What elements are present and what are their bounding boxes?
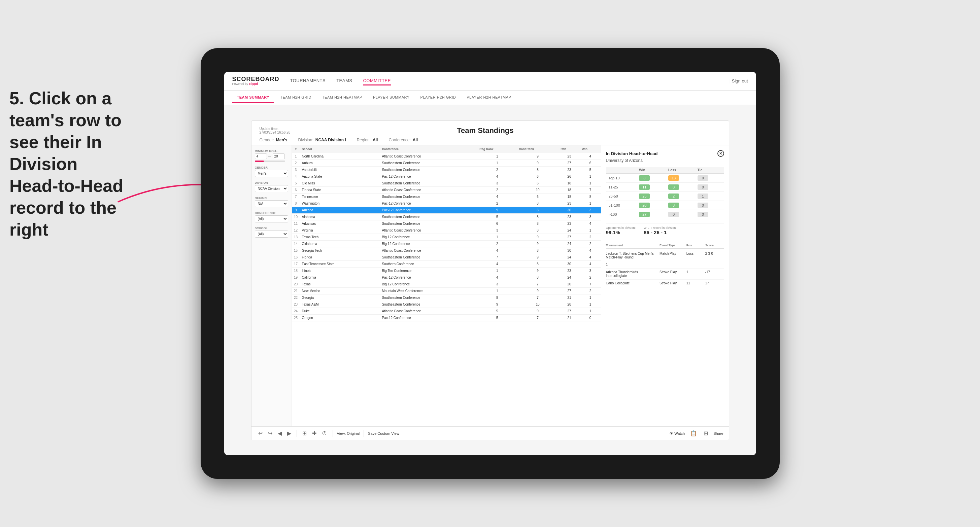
cell-school: Oregon xyxy=(300,315,380,321)
cell-school: East Tennessee State xyxy=(300,261,380,268)
cell-conference: Southeastern Conference xyxy=(380,254,477,261)
tourn-name: 1 xyxy=(606,263,660,267)
table-row[interactable]: 6 Florida State Atlantic Coast Conferenc… xyxy=(292,187,601,194)
table-row[interactable]: 4 Arizona State Pac-12 Conference 4 6 26… xyxy=(292,173,601,180)
table-row[interactable]: 10 Alabama Southeastern Conference 5 8 2… xyxy=(292,214,601,221)
cell-conf-rank: 6 xyxy=(517,173,558,180)
h2h-cell-win: 3 xyxy=(636,174,665,183)
table-row[interactable]: 15 Georgia Tech Atlantic Coast Conferenc… xyxy=(292,248,601,254)
table-row[interactable]: 19 California Pac-12 Conference 4 8 24 2 xyxy=(292,274,601,281)
nav-teams[interactable]: TEAMS xyxy=(336,77,352,86)
grid-icon[interactable]: ⊞ xyxy=(702,429,710,437)
cell-school: Florida xyxy=(300,254,380,261)
min-rounds-slider[interactable] xyxy=(255,160,285,162)
min-rounds-max-input[interactable] xyxy=(273,154,285,159)
tourn-score: -17 xyxy=(705,270,724,278)
table-row[interactable]: 9 Arizona Pac-12 Conference 9 8 30 3 xyxy=(292,207,601,214)
table-row[interactable]: 1 North Carolina Atlantic Coast Conferen… xyxy=(292,153,601,160)
cell-reg-rank: 1 xyxy=(477,153,517,160)
h2h-tbody: Top 10 3 13 0 11-25 11 8 0 26-50 25 2 1 … xyxy=(606,174,724,219)
tourn-name: Cabo Collegiate xyxy=(606,281,660,285)
table-row[interactable]: 24 Duke Atlantic Coast Conference 5 9 27… xyxy=(292,308,601,315)
table-row[interactable]: 2 Auburn Southeastern Conference 1 9 27 … xyxy=(292,160,601,167)
cell-reg-rank: 7 xyxy=(477,254,517,261)
cell-rds: 24 xyxy=(558,254,580,261)
min-rounds-label: Minimum Rou... xyxy=(255,149,288,153)
tab-player-h2h-heatmap[interactable]: PLAYER H2H HEATMAP xyxy=(462,92,516,103)
cell-conf-rank: 8 xyxy=(517,248,558,254)
table-row[interactable]: 16 Florida Southeastern Conference 7 9 2… xyxy=(292,254,601,261)
table-row[interactable]: 14 Oklahoma Big 12 Conference 2 9 24 2 xyxy=(292,241,601,248)
h2h-cell-label: >100 xyxy=(606,210,636,219)
table-row[interactable]: 21 New Mexico Mountain West Conference 1… xyxy=(292,288,601,294)
cell-conf-rank: 7 xyxy=(517,315,558,321)
tourn-name: Jackson T. Stephens Cup Men's Match-Play… xyxy=(606,252,660,259)
cell-conference: Southeastern Conference xyxy=(380,160,477,167)
table-row[interactable]: 11 Arkansas Southeastern Conference 6 8 … xyxy=(292,221,601,227)
table-row[interactable]: 25 Oregon Pac-12 Conference 5 7 21 0 xyxy=(292,315,601,321)
close-panel-button[interactable]: ✕ xyxy=(718,150,724,157)
nav-tournaments[interactable]: TOURNAMENTS xyxy=(290,77,326,86)
cell-rds: 27 xyxy=(558,160,580,167)
cell-reg-rank: 5 xyxy=(477,308,517,315)
cell-reg-rank: 4 xyxy=(477,194,517,200)
h2h-cell-win: 27 xyxy=(636,210,665,219)
table-row[interactable]: 3 Vanderbilt Southeastern Conference 2 8… xyxy=(292,167,601,173)
table-row[interactable]: 12 Virginia Atlantic Coast Conference 3 … xyxy=(292,227,601,234)
right-panel-header: In Division Head-to-Head ✕ xyxy=(606,150,724,157)
cell-school: Florida State xyxy=(300,187,380,194)
cell-rds: 24 xyxy=(558,241,580,248)
region-select[interactable]: N/A East West xyxy=(255,200,288,207)
tournament-row: Jackson T. Stephens Cup Men's Match-Play… xyxy=(606,250,724,261)
division-select[interactable]: NCAA Division I NCAA Division II NCAA Di… xyxy=(255,185,288,192)
table-row[interactable]: 8 Washington Pac-12 Conference 2 8 23 1 xyxy=(292,200,601,207)
tab-team-h2h-grid[interactable]: TEAM H2H GRID xyxy=(275,92,316,103)
gender-select[interactable]: Men's Women's xyxy=(255,170,288,177)
share-button[interactable]: Share xyxy=(713,432,723,435)
view-original-button[interactable]: View: Original xyxy=(337,432,360,435)
redo-button[interactable]: ↪ xyxy=(267,429,274,437)
prev-button[interactable]: ◀ xyxy=(277,429,283,437)
table-row[interactable]: 20 Texas Big 12 Conference 3 7 20 7 xyxy=(292,281,601,288)
cell-reg-rank: 1 xyxy=(477,234,517,241)
tab-player-summary[interactable]: PLAYER SUMMARY xyxy=(368,92,414,103)
conference-group-label: Conference xyxy=(255,211,288,215)
cell-school: Tennessee xyxy=(300,194,380,200)
nav-committee[interactable]: COMMITTEE xyxy=(363,77,391,86)
next-button[interactable]: ▶ xyxy=(286,429,293,437)
school-select[interactable]: (All) xyxy=(255,230,288,238)
table-row[interactable]: 5 Ole Miss Southeastern Conference 3 6 1… xyxy=(292,180,601,187)
tab-team-h2h-heatmap[interactable]: TEAM H2H HEATMAP xyxy=(317,92,367,103)
clock-button[interactable]: ⏱ xyxy=(320,430,329,437)
min-rounds-input[interactable] xyxy=(255,154,267,159)
conference-select[interactable]: (All) xyxy=(255,215,288,222)
clipboard-icon[interactable]: 📋 xyxy=(689,429,698,437)
table-row[interactable]: 23 Texas A&M Southeastern Conference 9 1… xyxy=(292,301,601,308)
add-button[interactable]: ✚ xyxy=(311,429,318,437)
camera-button[interactable]: ⊞ xyxy=(301,429,308,437)
cell-reg-rank: 4 xyxy=(477,261,517,268)
save-custom-button[interactable]: Save Custom View xyxy=(368,432,399,435)
tab-player-h2h-grid[interactable]: PLAYER H2H GRID xyxy=(416,92,461,103)
table-row[interactable]: 13 Texas Tech Big 12 Conference 1 9 27 2 xyxy=(292,234,601,241)
table-row[interactable]: 18 Illinois Big Ten Conference 1 9 23 3 xyxy=(292,268,601,274)
table-row[interactable]: 7 Tennessee Southeastern Conference 4 6 … xyxy=(292,194,601,200)
school-group: School (All) xyxy=(255,227,288,238)
h2h-th-label xyxy=(606,167,636,174)
tourn-pos: 11 xyxy=(686,281,705,285)
cell-conf-rank: 7 xyxy=(517,281,558,288)
cell-conference: Southeastern Conference xyxy=(380,167,477,173)
watch-button[interactable]: 👁 Watch xyxy=(670,432,685,435)
cell-win: 1 xyxy=(580,200,601,207)
table-row[interactable]: 17 East Tennessee State Southern Confere… xyxy=(292,261,601,268)
undo-button[interactable]: ↩ xyxy=(257,429,264,437)
tab-team-summary[interactable]: TEAM SUMMARY xyxy=(232,92,274,103)
cell-reg-rank: 4 xyxy=(477,274,517,281)
tournament-row: Cabo Collegiate Stroke Play 11 17 xyxy=(606,279,724,287)
cell-conference: Big 12 Conference xyxy=(380,241,477,248)
tournament-row: 1 xyxy=(606,261,724,268)
sign-out-button[interactable]: Sign out xyxy=(730,78,748,83)
cell-reg-rank: 3 xyxy=(477,281,517,288)
cell-win: 4 xyxy=(580,261,601,268)
table-row[interactable]: 22 Georgia Southeastern Conference 8 7 2… xyxy=(292,294,601,301)
